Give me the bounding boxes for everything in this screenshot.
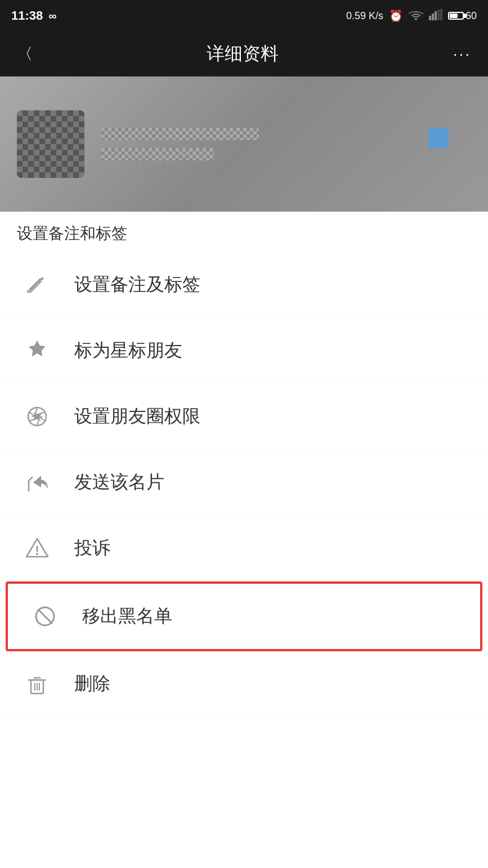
- menu-label-send-card: 发送该名片: [74, 470, 164, 495]
- warning-icon: [23, 534, 52, 563]
- subtitle-line: [101, 148, 214, 160]
- menu-label-delete: 删除: [74, 672, 110, 696]
- menu-label-set-remark: 设置备注及标签: [74, 272, 200, 297]
- status-infinity: ∞: [48, 10, 56, 23]
- signal-icon: [429, 9, 442, 23]
- share-icon: [23, 468, 52, 497]
- status-speed: 0.59 K/s: [346, 10, 383, 22]
- menu-item-moments-permission[interactable]: 设置朋友圈权限: [0, 384, 488, 450]
- menu-item-delete[interactable]: 删除: [0, 651, 488, 717]
- status-right: 0.59 K/s ⏰ 60: [346, 9, 477, 23]
- menu-item-remove-blacklist[interactable]: 移出黑名单: [6, 581, 482, 651]
- profile-tag: [428, 128, 449, 148]
- edit-icon: [23, 270, 52, 299]
- menu-item-set-remark[interactable]: 设置备注及标签: [0, 252, 488, 318]
- svg-rect-3: [437, 10, 440, 20]
- aperture-icon: [23, 402, 52, 431]
- menu-label-remove-blacklist: 移出黑名单: [82, 604, 172, 629]
- star-icon: [23, 336, 52, 365]
- header: 〈 详细资料 ···: [0, 32, 488, 77]
- battery-level: 60: [465, 10, 477, 22]
- svg-rect-2: [435, 11, 437, 20]
- status-time: 11:38: [11, 8, 43, 23]
- wifi-icon: [409, 9, 423, 23]
- svg-point-14: [36, 553, 38, 555]
- avatar: [17, 110, 84, 178]
- more-button[interactable]: ···: [453, 45, 471, 63]
- menu-item-star-friend[interactable]: 标为星标朋友: [0, 318, 488, 384]
- profile-banner: [0, 77, 488, 212]
- section-label: 设置备注和标签: [0, 212, 488, 252]
- menu-label-report: 投诉: [74, 536, 110, 561]
- profile-info: [101, 128, 471, 160]
- svg-point-12: [34, 414, 40, 419]
- menu-label-moments-permission: 设置朋友圈权限: [74, 404, 200, 429]
- battery-icon: 60: [448, 10, 477, 22]
- block-icon: [30, 602, 60, 631]
- svg-line-16: [38, 610, 52, 623]
- page-title: 详细资料: [207, 42, 279, 66]
- status-bar: 11:38 ∞ 0.59 K/s ⏰ 60: [0, 0, 488, 32]
- status-left: 11:38 ∞: [11, 8, 57, 23]
- svg-rect-4: [440, 9, 442, 20]
- menu-label-star-friend: 标为星标朋友: [74, 338, 182, 363]
- svg-rect-0: [429, 16, 431, 20]
- trash-icon: [23, 669, 52, 699]
- menu-item-report[interactable]: 投诉: [0, 516, 488, 581]
- svg-rect-1: [432, 14, 434, 20]
- menu-item-send-card[interactable]: 发送该名片: [0, 450, 488, 516]
- username-line: [101, 128, 259, 140]
- menu-list: 设置备注及标签 标为星标朋友 设置朋友圈权限: [0, 252, 488, 717]
- back-button[interactable]: 〈: [17, 43, 33, 65]
- clock-icon: ⏰: [389, 9, 403, 23]
